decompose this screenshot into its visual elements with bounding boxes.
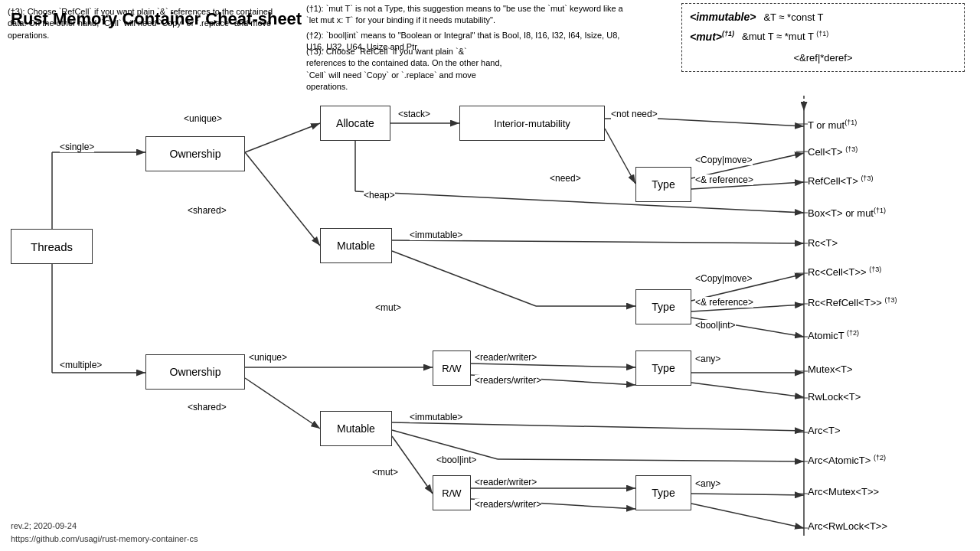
label-reader-writer1: <reader/writer> xyxy=(475,352,537,363)
rw1-box: R/W xyxy=(433,350,471,386)
label-shared1: <shared> xyxy=(188,205,227,216)
label-any2: <any> xyxy=(695,478,720,489)
note-t3-text: (†3): Choose `RefCell` if you want plain… xyxy=(306,46,505,93)
svg-line-33 xyxy=(691,494,804,495)
label-immutable1: <immutable> xyxy=(410,230,462,240)
footer-rev: rev.2; 2020-09-24 xyxy=(11,520,198,533)
label-any1: <any> xyxy=(695,354,720,364)
label-reader-writer2: <reader/writer> xyxy=(475,477,537,487)
allocate-box: Allocate xyxy=(320,106,390,141)
rw2-box: R/W xyxy=(433,475,471,510)
type4-box: Type xyxy=(635,475,691,510)
label-immutable2: <immutable> xyxy=(410,412,462,422)
label-mut2: <mut> xyxy=(372,467,398,478)
footer-url: https://github.com/usagi/rust-memory-con… xyxy=(11,533,198,546)
type-box: Box<T> or mut(†1) xyxy=(808,207,886,219)
label-ref2: <& reference> xyxy=(695,297,753,308)
label-copy-move1: <Copy|move> xyxy=(695,155,753,165)
svg-line-28 xyxy=(245,378,320,429)
ref-line2: &mut T ≈ *mut T (†1) xyxy=(742,28,828,45)
svg-line-27 xyxy=(691,383,804,397)
threads-box: Threads xyxy=(11,229,93,264)
svg-line-30 xyxy=(392,436,433,494)
ownership1-box: Ownership xyxy=(145,136,245,171)
label-need: <need> xyxy=(550,173,581,184)
label-stack: <stack> xyxy=(398,109,430,119)
label-readers-writer1: <readers/writer> xyxy=(475,375,541,386)
svg-line-6 xyxy=(245,123,320,152)
type-atomic: AtomicT (†2) xyxy=(808,329,859,341)
label-unique1: <unique> xyxy=(184,113,222,124)
svg-line-29 xyxy=(392,422,804,431)
label-unique2: <unique> xyxy=(249,352,287,363)
label-readers-writer2: <readers/writer> xyxy=(475,499,541,510)
ref-line3: <&ref|*deref> xyxy=(690,50,956,67)
label-ref1: <& reference> xyxy=(695,174,753,185)
label-not-need: <not need> xyxy=(611,109,658,119)
type-rc: Rc<T> xyxy=(808,237,838,249)
note-t1: (†1): `mut T` is not a Type, this sugges… xyxy=(306,3,635,27)
ref-immutable-label: <immutable> xyxy=(690,8,756,27)
label-bool-int1: <bool|int> xyxy=(695,320,736,331)
type-T-or-mut: T or mut(†1) xyxy=(808,119,857,131)
svg-line-17 xyxy=(392,251,536,306)
interior-mutability-box: Interior-mutability xyxy=(459,106,605,141)
type-rc-cell: Rc<Cell<T>> (†3) xyxy=(808,266,881,278)
svg-line-16 xyxy=(392,240,804,243)
type-arc: Arc<T> xyxy=(808,425,841,436)
label-single: <single> xyxy=(60,142,94,152)
type-arc-mutex: Arc<Mutex<T>> xyxy=(808,486,879,497)
ref-line1: &T ≈ *const T xyxy=(763,9,823,26)
type2-box: Type xyxy=(635,289,691,324)
svg-line-36 xyxy=(498,459,804,461)
label-bool-int2: <bool|int> xyxy=(436,455,477,465)
mutable2-box: Mutable xyxy=(320,411,392,446)
mutable1-box: Mutable xyxy=(320,228,392,263)
type-rc-refcell: Rc<RefCell<T>> (†3) xyxy=(808,296,897,308)
footer: rev.2; 2020-09-24 https://github.com/usa… xyxy=(11,520,198,545)
type-arc-atomic: Arc<AtomicT> (†2) xyxy=(808,454,886,466)
type1-box: Type xyxy=(635,167,691,202)
type-refcell: RefCell<T> (†3) xyxy=(808,174,873,187)
svg-line-10 xyxy=(355,191,804,213)
note-t3: (†3): Choose `RefCell` if you want plain… xyxy=(8,6,291,41)
type-cell: Cell<T> (†3) xyxy=(808,145,858,158)
svg-line-7 xyxy=(245,152,320,246)
type-rwlock: RwLock<T> xyxy=(808,391,861,403)
type3-box: Type xyxy=(635,350,691,386)
svg-line-34 xyxy=(691,504,804,528)
type-mutex: Mutex<T> xyxy=(808,364,853,375)
label-multiple: <multiple> xyxy=(60,360,102,370)
label-mut1: <mut> xyxy=(375,302,401,313)
ownership2-box: Ownership xyxy=(145,354,245,390)
ref-mut-label: <mut>(†1) xyxy=(690,28,734,47)
label-shared2: <shared> xyxy=(188,402,227,412)
reference-box: <immutable> &T ≈ *const T <mut>(†1) &mut… xyxy=(681,3,965,72)
svg-line-24 xyxy=(471,364,635,367)
label-copy-move2: <Copy|move> xyxy=(695,273,753,284)
svg-line-13 xyxy=(605,129,635,184)
svg-line-12 xyxy=(658,119,804,126)
label-heap: <heap> xyxy=(364,190,395,201)
type-arc-rwlock: Arc<RwLock<T>> xyxy=(808,520,887,532)
